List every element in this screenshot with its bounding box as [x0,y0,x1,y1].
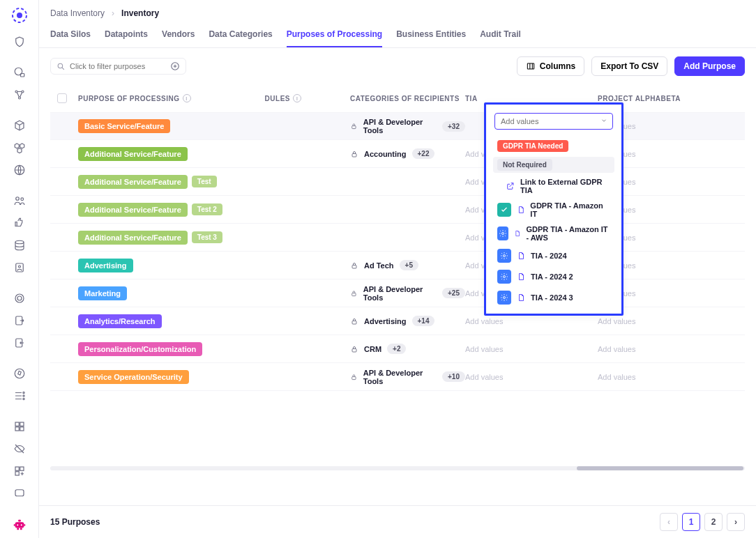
nav-add-grid-icon[interactable] [8,461,31,481]
tab-item[interactable]: Purposes of Processing [287,29,382,47]
purpose-tag[interactable]: Personalization/Customization [78,342,202,356]
purpose-tag[interactable]: Basic Service/Feature [78,119,170,133]
nav-globe-lock-icon[interactable] [8,63,31,82]
table-row[interactable]: Additional Service/FeatureTest 2Add valu… [50,196,745,224]
recipient-count-badge[interactable]: +10 [442,371,465,382]
nav-chat-icon[interactable] [8,484,31,503]
purpose-tag[interactable]: Additional Service/Feature [78,175,188,189]
page-number-button[interactable]: 2 [704,513,723,531]
tia-dropdown-item[interactable]: Not Required [493,157,614,173]
purpose-subtag[interactable]: Test 2 [192,203,222,215]
tia-dropdown-item[interactable]: Link to External GDPR TIA [493,176,614,197]
recipient-count-badge[interactable]: +32 [442,121,465,132]
nav-eye-off-icon[interactable] [8,439,31,459]
col-tia[interactable]: TIA [465,95,598,102]
nav-compass-icon[interactable] [8,364,31,383]
tab-item[interactable]: Data Categories [209,29,272,47]
purpose-tag[interactable]: Service Operation/Security [78,370,189,384]
nav-page-out-icon[interactable] [8,311,31,330]
nav-world-icon[interactable] [8,160,31,180]
tia-add-values[interactable]: Add values [465,373,503,381]
table-row[interactable]: Personalization/CustomizationCRM+2Add va… [50,335,745,363]
col-purpose[interactable]: PURPOSE OF PROCESSING i [78,94,259,102]
table-row[interactable]: Additional Service/FeatureAccounting+22A… [50,140,745,168]
table-row[interactable]: Analytics/ResearchAdvertising+14Add valu… [50,307,745,335]
nav-thumbs-icon[interactable] [8,213,31,233]
table-row[interactable]: Additional Service/FeatureTestAdd values… [50,168,745,196]
tia-dropdown-item[interactable]: TIA - 2024 2 [493,268,614,286]
purpose-tag[interactable]: Additional Service/Feature [78,147,188,161]
columns-button[interactable]: Columns [517,56,584,76]
tia-dropdown-item[interactable]: TIA - 2024 [493,247,614,265]
recipient-count-badge[interactable]: +22 [412,148,435,159]
tia-dropdown-item[interactable]: GDPR TIA Needed [493,138,614,154]
tab-item[interactable]: Vendors [162,29,195,47]
table-row[interactable]: Service Operation/SecurityAPI & Develope… [50,363,745,391]
svg-rect-35 [17,528,19,530]
purpose-tag[interactable]: Additional Service/Feature [78,203,188,217]
project-add-values[interactable]: Add values [598,345,635,353]
add-purpose-button[interactable]: Add Purpose [674,56,745,76]
nav-people-icon[interactable] [8,191,31,210]
table-row[interactable]: Additional Service/FeatureTest 3Add valu… [50,224,745,252]
chevron-right-icon: › [112,8,114,18]
nav-support-bot-icon[interactable] [8,517,31,532]
table-row[interactable]: Basic Service/FeatureAPI & Developer Too… [50,112,745,140]
recipient-count-badge[interactable]: +2 [387,344,406,354]
recipient-count-badge[interactable]: +25 [442,288,465,298]
tab-item[interactable]: Datapoints [105,29,148,47]
filter-purposes-input[interactable] [70,62,166,70]
tia-dropdown-input[interactable] [494,113,613,130]
nav-badge-icon[interactable] [8,258,31,277]
svg-rect-23 [15,427,19,431]
tia-dropdown-item[interactable]: GDPR TIA - Amazon IT - AWS [493,223,614,244]
tia-add-values[interactable]: Add values [465,345,503,353]
project-add-values[interactable]: Add values [598,317,635,325]
nav-grid-icon[interactable] [8,417,31,436]
recipient-count-badge[interactable]: +14 [412,316,435,326]
export-csv-button[interactable]: Export To CSV [591,56,667,76]
purpose-subtag[interactable]: Test 3 [192,231,222,243]
nav-settings-list-icon[interactable] [8,386,31,406]
nav-shield-icon[interactable] [8,32,31,52]
scrollbar-thumb[interactable] [577,466,743,470]
filter-purposes-field[interactable] [50,58,186,75]
tab-item[interactable]: Data Silos [50,29,91,47]
project-add-values[interactable]: Add values [598,373,635,381]
nav-cubes-icon[interactable] [8,138,31,157]
purpose-tag[interactable]: Additional Service/Feature [78,231,188,245]
nav-target-icon[interactable] [8,289,31,308]
tab-item[interactable]: Business Entities [396,29,466,47]
svg-rect-32 [18,520,21,522]
page-next-button[interactable]: › [727,513,745,531]
source-square-icon [497,270,511,284]
nav-cube-icon[interactable] [8,116,31,135]
horizontal-scrollbar[interactable] [50,466,745,472]
nav-graph-icon[interactable] [8,85,31,105]
page-number-button[interactable]: 1 [682,513,700,531]
recipient-count-badge[interactable]: +5 [400,260,418,270]
tia-dropdown-item[interactable]: TIA - 2024 3 [493,289,614,307]
nav-database-icon[interactable] [8,236,31,255]
status-chip: GDPR TIA Needed [497,140,568,152]
source-square-icon [497,203,511,217]
purpose-tag[interactable]: Advertising [78,259,133,272]
purpose-subtag[interactable]: Test [192,176,217,187]
col-recipients[interactable]: CATEGORIES OF RECIPIENTS [301,95,465,102]
table-row[interactable]: AdvertisingAd Tech+5Add valuesAdd values [50,252,745,279]
tia-add-values[interactable]: Add values [465,317,503,325]
table-row[interactable]: MarketingAPI & Developer Tools+25Add val… [50,279,745,307]
document-icon [517,206,525,214]
purpose-tag[interactable]: Marketing [78,286,127,300]
col-modules-partial[interactable]: DULES i [259,94,301,102]
breadcrumb-root[interactable]: Data Inventory [50,8,105,18]
tab-item[interactable]: Audit Trail [480,29,521,47]
page-prev-button[interactable]: ‹ [660,513,678,531]
select-all-checkbox[interactable] [57,93,67,103]
tia-dropdown-item[interactable]: GDPR TIA - Amazon IT [493,199,614,220]
lock-icon [350,317,358,325]
col-project[interactable]: PROJECT ALPHABETA [598,95,723,102]
plus-circle-icon[interactable] [170,61,180,71]
purpose-tag[interactable]: Analytics/Research [78,314,162,328]
nav-page-in-icon[interactable] [8,333,31,353]
